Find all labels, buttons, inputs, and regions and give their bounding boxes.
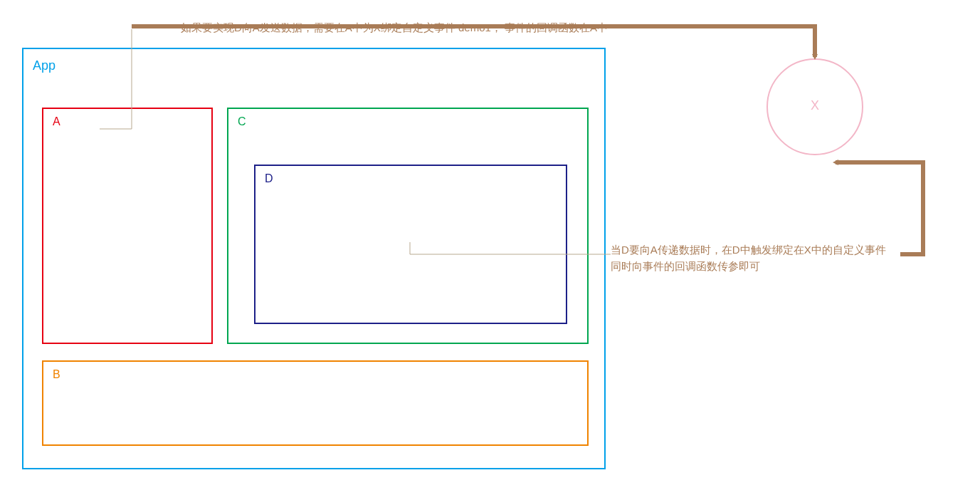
annotation-top: 如果要实现D向A发送数据，需要在A中为X绑定自定义事件 demo1， 事件的回调… [181,20,608,36]
component-d-label: D [265,172,273,185]
component-b-box [43,361,588,445]
component-x-label: X [811,98,819,113]
component-b-label: B [53,368,60,381]
component-c-label: C [238,115,246,128]
component-a-label: A [53,115,60,128]
arrow-right-annot-to-x [836,162,923,254]
annotation-right-line2: 同时向事件的回调函数传参即可 [611,259,886,275]
annotation-right: 当D要向A传递数据时，在D中触发绑定在X中的自定义事件 同时向事件的回调函数传参… [611,242,886,274]
component-a-box [43,108,212,343]
component-c-box [228,108,588,343]
component-d-box [255,165,567,323]
app-label: App [33,58,56,73]
app-box [23,48,605,469]
annotation-right-line1: 当D要向A传递数据时，在D中触发绑定在X中的自定义事件 [611,242,886,259]
